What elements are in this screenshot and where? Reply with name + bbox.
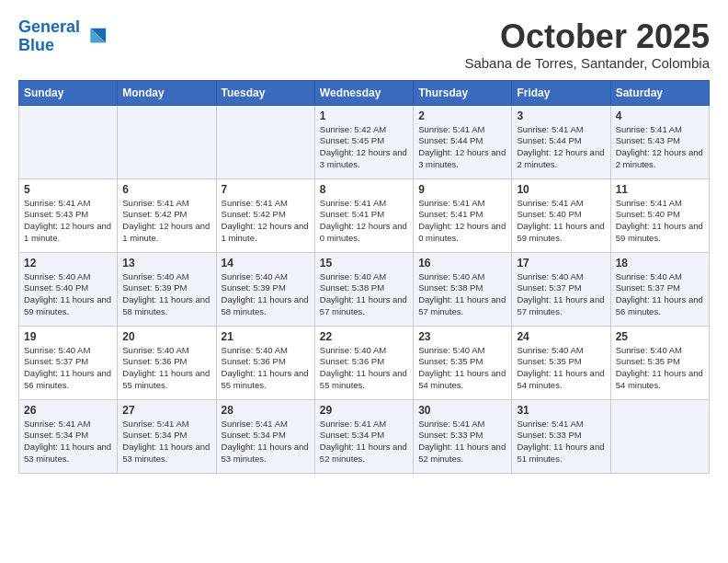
calendar-cell: 16Sunrise: 5:40 AMSunset: 5:38 PMDayligh… [414,252,512,326]
day-number: 1 [320,109,408,122]
logo: General Blue [18,18,108,55]
page-header: General Blue October 2025 Sabana de Torr… [18,18,710,71]
calendar-cell: 23Sunrise: 5:40 AMSunset: 5:35 PMDayligh… [414,326,512,399]
title-block: October 2025 Sabana de Torres, Santander… [464,18,710,71]
day-number: 9 [418,183,506,196]
day-info: Sunrise: 5:41 AMSunset: 5:43 PMDaylight:… [616,124,704,171]
day-info: Sunrise: 5:40 AMSunset: 5:40 PMDaylight:… [24,271,112,318]
calendar-week-row: 19Sunrise: 5:40 AMSunset: 5:37 PMDayligh… [19,326,710,399]
calendar-table: SundayMondayTuesdayWednesdayThursdayFrid… [18,80,710,474]
calendar-week-row: 5Sunrise: 5:41 AMSunset: 5:43 PMDaylight… [19,178,710,252]
calendar-cell: 31Sunrise: 5:41 AMSunset: 5:33 PMDayligh… [512,399,610,473]
calendar-cell: 2Sunrise: 5:41 AMSunset: 5:44 PMDaylight… [414,105,512,178]
day-info: Sunrise: 5:40 AMSunset: 5:37 PMDaylight:… [517,271,605,318]
calendar-cell [216,105,314,178]
logo-icon [82,24,108,50]
day-number: 16 [418,257,506,270]
day-info: Sunrise: 5:40 AMSunset: 5:36 PMDaylight:… [122,345,210,392]
day-number: 8 [320,183,408,196]
weekday-row: SundayMondayTuesdayWednesdayThursdayFrid… [19,80,710,105]
calendar-cell: 21Sunrise: 5:40 AMSunset: 5:36 PMDayligh… [216,326,314,399]
day-number: 25 [616,330,704,343]
calendar-cell: 22Sunrise: 5:40 AMSunset: 5:36 PMDayligh… [314,326,413,399]
calendar-cell: 6Sunrise: 5:41 AMSunset: 5:42 PMDaylight… [118,178,216,252]
logo-line2: Blue [18,36,54,54]
day-number: 13 [122,257,210,270]
calendar-cell: 27Sunrise: 5:41 AMSunset: 5:34 PMDayligh… [118,399,216,473]
day-info: Sunrise: 5:41 AMSunset: 5:33 PMDaylight:… [418,419,506,465]
calendar-cell: 30Sunrise: 5:41 AMSunset: 5:33 PMDayligh… [414,399,512,473]
day-info: Sunrise: 5:41 AMSunset: 5:34 PMDaylight:… [320,419,408,465]
day-number: 19 [24,330,112,343]
day-info: Sunrise: 5:41 AMSunset: 5:44 PMDaylight:… [418,124,506,171]
calendar-cell: 25Sunrise: 5:40 AMSunset: 5:35 PMDayligh… [610,326,709,399]
calendar-cell: 18Sunrise: 5:40 AMSunset: 5:37 PMDayligh… [610,252,709,326]
day-number: 14 [222,257,310,270]
weekday-header: Tuesday [216,80,314,105]
day-number: 11 [616,183,704,196]
day-info: Sunrise: 5:41 AMSunset: 5:40 PMDaylight:… [517,198,605,245]
calendar-cell: 12Sunrise: 5:40 AMSunset: 5:40 PMDayligh… [19,252,118,326]
day-info: Sunrise: 5:40 AMSunset: 5:37 PMDaylight:… [24,345,112,392]
logo-text: General Blue [18,18,80,55]
weekday-header: Friday [512,80,610,105]
calendar-cell: 8Sunrise: 5:41 AMSunset: 5:41 PMDaylight… [314,178,413,252]
day-number: 24 [517,330,605,343]
location-subtitle: Sabana de Torres, Santander, Colombia [464,55,710,71]
weekday-header: Monday [118,80,216,105]
day-info: Sunrise: 5:41 AMSunset: 5:43 PMDaylight:… [24,198,112,245]
calendar-cell: 15Sunrise: 5:40 AMSunset: 5:38 PMDayligh… [314,252,413,326]
day-number: 27 [122,404,210,417]
day-info: Sunrise: 5:41 AMSunset: 5:33 PMDaylight:… [517,419,605,465]
day-number: 31 [517,404,605,417]
day-number: 21 [222,330,310,343]
day-number: 7 [222,183,310,196]
logo-line1: General [18,17,80,36]
day-number: 12 [24,257,112,270]
day-number: 4 [616,109,704,122]
calendar-cell: 10Sunrise: 5:41 AMSunset: 5:40 PMDayligh… [512,178,610,252]
day-info: Sunrise: 5:41 AMSunset: 5:41 PMDaylight:… [418,198,506,245]
day-number: 15 [320,257,408,270]
day-info: Sunrise: 5:40 AMSunset: 5:38 PMDaylight:… [418,271,506,318]
calendar-cell: 13Sunrise: 5:40 AMSunset: 5:39 PMDayligh… [118,252,216,326]
month-title: October 2025 [464,18,710,55]
calendar-cell: 11Sunrise: 5:41 AMSunset: 5:40 PMDayligh… [610,178,709,252]
day-info: Sunrise: 5:41 AMSunset: 5:42 PMDaylight:… [122,198,210,245]
day-info: Sunrise: 5:42 AMSunset: 5:45 PMDaylight:… [320,124,408,171]
day-number: 3 [517,109,605,122]
day-info: Sunrise: 5:40 AMSunset: 5:38 PMDaylight:… [320,271,408,318]
day-info: Sunrise: 5:40 AMSunset: 5:36 PMDaylight:… [320,345,408,392]
day-info: Sunrise: 5:41 AMSunset: 5:42 PMDaylight:… [222,198,310,245]
calendar-week-row: 26Sunrise: 5:41 AMSunset: 5:34 PMDayligh… [19,399,710,473]
calendar-cell: 24Sunrise: 5:40 AMSunset: 5:35 PMDayligh… [512,326,610,399]
calendar-cell: 26Sunrise: 5:41 AMSunset: 5:34 PMDayligh… [19,399,118,473]
calendar-week-row: 1Sunrise: 5:42 AMSunset: 5:45 PMDaylight… [19,105,710,178]
day-info: Sunrise: 5:41 AMSunset: 5:41 PMDaylight:… [320,198,408,245]
day-number: 10 [517,183,605,196]
day-info: Sunrise: 5:40 AMSunset: 5:35 PMDaylight:… [517,345,605,392]
day-number: 23 [418,330,506,343]
calendar-cell: 1Sunrise: 5:42 AMSunset: 5:45 PMDaylight… [314,105,413,178]
calendar-cell: 7Sunrise: 5:41 AMSunset: 5:42 PMDaylight… [216,178,314,252]
day-number: 20 [122,330,210,343]
calendar-cell: 28Sunrise: 5:41 AMSunset: 5:34 PMDayligh… [216,399,314,473]
day-number: 26 [24,404,112,417]
weekday-header: Saturday [610,80,709,105]
calendar-cell: 19Sunrise: 5:40 AMSunset: 5:37 PMDayligh… [19,326,118,399]
calendar-cell [19,105,118,178]
day-info: Sunrise: 5:40 AMSunset: 5:35 PMDaylight:… [418,345,506,392]
day-number: 18 [616,257,704,270]
day-info: Sunrise: 5:41 AMSunset: 5:34 PMDaylight:… [122,419,210,465]
day-info: Sunrise: 5:41 AMSunset: 5:34 PMDaylight:… [222,419,310,465]
day-number: 2 [418,109,506,122]
calendar-cell [610,399,709,473]
weekday-header: Sunday [19,80,118,105]
calendar-cell: 20Sunrise: 5:40 AMSunset: 5:36 PMDayligh… [118,326,216,399]
calendar-cell: 4Sunrise: 5:41 AMSunset: 5:43 PMDaylight… [610,105,709,178]
weekday-header: Thursday [414,80,512,105]
day-number: 28 [222,404,310,417]
day-info: Sunrise: 5:40 AMSunset: 5:39 PMDaylight:… [122,271,210,318]
calendar-header: SundayMondayTuesdayWednesdayThursdayFrid… [19,80,710,105]
calendar-week-row: 12Sunrise: 5:40 AMSunset: 5:40 PMDayligh… [19,252,710,326]
